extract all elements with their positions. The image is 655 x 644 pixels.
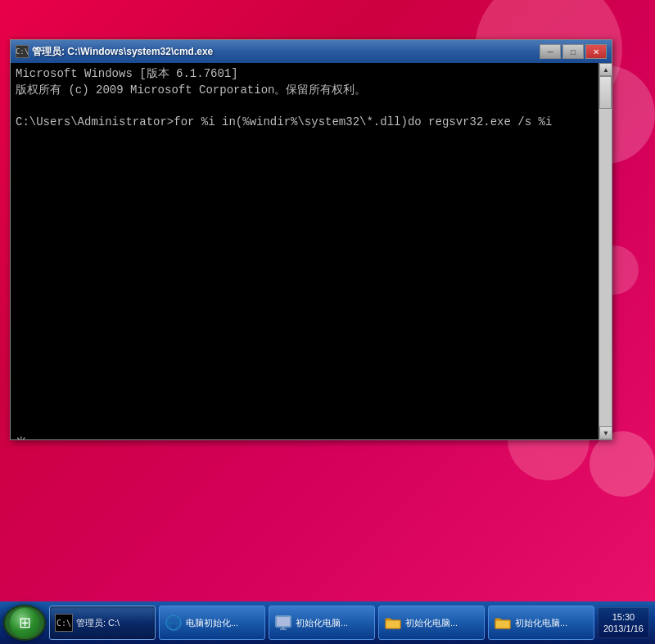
cmd-icon-text: C:\ [16,47,29,56]
cmd-line-20 [16,371,594,387]
cmd-line-14 [16,275,594,291]
clock: 15:30 2013/1/16 [603,611,644,635]
minimize-button[interactable]: ─ [540,44,561,59]
cmd-line-4: C:\Users\Administrator>for %i in(%windir… [16,115,594,131]
taskbar-right: 15:30 2013/1/16 [598,607,655,638]
cmd-line-3 [16,98,594,115]
taskbar-item-ie[interactable]: 电脑初始化... [159,606,265,640]
cmd-line-last: 半： [16,435,594,439]
taskbar-item-folder2[interactable]: 初始化电脑... [488,606,594,640]
taskbar-monitor1-label: 初始化电脑... [296,617,369,629]
taskbar-ie-icon [165,614,183,632]
systray: 15:30 2013/1/16 [598,607,649,638]
cmd-line-7 [16,163,594,179]
cmd-line-17 [16,323,594,340]
cmd-scrollbar[interactable]: ▲ ▼ [599,63,612,439]
cmd-line-15 [16,290,594,307]
taskbar-monitor1-icon [274,614,292,632]
decoration-blob-4 [590,431,655,497]
scroll-down-button[interactable]: ▼ [599,426,612,439]
title-bar-left: C:\ 管理员: C:\Windows\system32\cmd.exe [16,45,213,59]
cmd-line-8 [16,178,594,195]
taskbar-item-cmd[interactable]: C:\ 管理员: C:\ [49,606,156,640]
windows-logo: ⊞ [19,614,31,632]
cmd-line-22 [16,403,594,419]
cmd-line-13 [16,259,594,275]
title-buttons: ─ □ ✕ [540,44,607,59]
taskbar-folder1-label: 初始化电脑... [405,617,479,629]
taskbar-item-monitor1[interactable]: 初始化电脑... [269,606,375,640]
scroll-up-button[interactable]: ▲ [599,63,612,76]
cmd-line-5 [16,130,594,146]
cmd-text-area[interactable]: Microsoft Windows [版本 6.1.7601] 版权所有 (c)… [11,63,599,439]
cmd-line-12 [16,243,594,259]
cmd-line-18 [16,339,594,355]
start-button[interactable]: ⊞ [3,605,46,641]
svg-rect-5 [277,617,290,626]
cmd-title-icon: C:\ [16,45,29,58]
maximize-button[interactable]: □ [562,44,584,59]
cmd-line-23 [16,419,594,435]
taskbar-cmd-label: 管理员: C:\ [76,617,150,629]
taskbar: ⊞ C:\ 管理员: C:\ 电脑初始化... [0,601,655,644]
taskbar-cmd-icon: C:\ [55,614,73,632]
cmd-line-10 [16,210,594,227]
clock-date: 2013/1/16 [603,623,644,634]
clock-time: 15:30 [603,611,644,623]
cmd-line-9 [16,195,594,211]
taskbar-ie-label: 电脑初始化... [186,617,260,629]
window-title: 管理员: C:\Windows\system32\cmd.exe [32,45,213,59]
title-bar: C:\ 管理员: C:\Windows\system32\cmd.exe ─ □… [11,40,612,63]
cmd-line-11 [16,227,594,243]
taskbar-folder2-label: 初始化电脑... [515,617,589,629]
taskbar-folder1-icon [384,614,402,632]
scrollbar-track[interactable] [599,76,612,426]
cmd-line-6 [16,146,594,163]
desktop: C:\ 管理员: C:\Windows\system32\cmd.exe ─ □… [0,0,655,644]
cmd-line-2: 版权所有 (c) 2009 Microsoft Corporation。保留所有… [16,83,594,99]
scrollbar-thumb[interactable] [599,76,612,109]
cmd-content: Microsoft Windows [版本 6.1.7601] 版权所有 (c)… [11,63,612,439]
cmd-line-16 [16,307,594,323]
cmd-line-1: Microsoft Windows [版本 6.1.7601] [16,66,594,83]
taskbar-folder2-icon [494,614,512,632]
cmd-line-21 [16,387,594,403]
taskbar-item-folder1[interactable]: 初始化电脑... [378,606,485,640]
cmd-window: C:\ 管理员: C:\Windows\system32\cmd.exe ─ □… [10,39,612,440]
cmd-line-19 [16,355,594,372]
close-button[interactable]: ✕ [585,44,607,59]
start-orb: ⊞ [10,608,39,637]
